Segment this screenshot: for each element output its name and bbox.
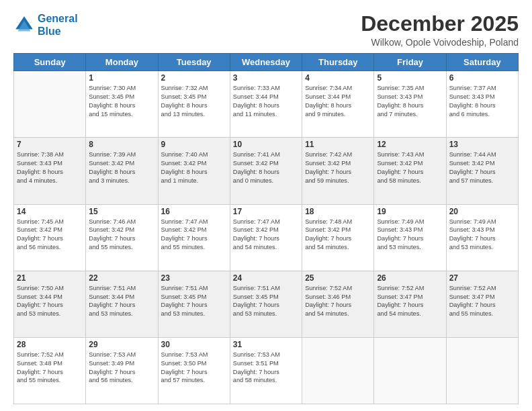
cell-info: and 53 minutes. (89, 310, 154, 318)
cell-info: Sunrise: 7:52 AM (377, 284, 443, 293)
logo-blue: Blue (38, 26, 61, 37)
cell-info: Sunset: 3:42 PM (233, 226, 299, 234)
cell-info: Daylight: 8 hours (89, 101, 154, 110)
calendar-cell: 19Sunrise: 7:49 AMSunset: 3:43 PMDayligh… (374, 204, 446, 271)
cell-info: Sunrise: 7:50 AM (17, 284, 83, 293)
cell-info: and 55 minutes. (449, 310, 515, 318)
cell-info: Sunrise: 7:51 AM (89, 284, 154, 293)
cell-info: Daylight: 8 hours (377, 101, 443, 110)
cell-info: Sunset: 3:42 PM (305, 226, 371, 234)
day-number: 28 (17, 340, 83, 349)
cell-info: Sunset: 3:43 PM (17, 159, 83, 168)
cell-info: Sunset: 3:44 PM (89, 293, 154, 302)
cell-info: and 54 minutes. (305, 310, 371, 318)
cell-info: Daylight: 7 hours (377, 168, 443, 177)
cell-info: Sunrise: 7:39 AM (89, 150, 154, 159)
cell-info: Sunset: 3:42 PM (17, 226, 83, 234)
cell-info: and 53 minutes. (233, 310, 299, 318)
week-row-3: 21Sunrise: 7:50 AMSunset: 3:44 PMDayligh… (14, 271, 519, 337)
cell-info: Daylight: 7 hours (89, 368, 154, 377)
calendar-cell: 8Sunrise: 7:39 AMSunset: 3:42 PMDaylight… (86, 138, 158, 204)
day-number: 22 (89, 273, 154, 283)
cell-info: Sunset: 3:50 PM (161, 359, 227, 368)
cell-info: Sunrise: 7:53 AM (89, 351, 154, 359)
week-row-2: 14Sunrise: 7:45 AMSunset: 3:42 PMDayligh… (14, 204, 519, 271)
cell-info: Daylight: 7 hours (449, 234, 515, 243)
cell-info: Sunset: 3:43 PM (377, 93, 443, 101)
calendar-cell: 18Sunrise: 7:48 AMSunset: 3:42 PMDayligh… (302, 204, 374, 271)
day-number: 13 (449, 140, 515, 149)
calendar-cell: 30Sunrise: 7:53 AMSunset: 3:50 PMDayligh… (158, 337, 230, 404)
cell-info: Sunset: 3:44 PM (17, 293, 83, 302)
day-number: 21 (17, 273, 83, 283)
cell-info: and 7 minutes. (377, 110, 443, 119)
calendar-cell: 16Sunrise: 7:47 AMSunset: 3:42 PMDayligh… (158, 204, 230, 271)
day-header-monday: Monday (86, 54, 158, 71)
cell-info: and 4 minutes. (17, 177, 83, 185)
day-header-tuesday: Tuesday (158, 54, 230, 71)
cell-info: Daylight: 7 hours (17, 301, 83, 310)
day-number: 25 (305, 273, 371, 283)
cell-info: Sunrise: 7:41 AM (233, 150, 299, 159)
cell-info: Sunrise: 7:48 AM (305, 218, 371, 226)
day-header-sunday: Sunday (14, 54, 86, 71)
cell-info: Sunrise: 7:47 AM (161, 218, 227, 226)
cell-info: Sunset: 3:44 PM (305, 93, 371, 101)
cell-info: Sunrise: 7:35 AM (377, 84, 443, 93)
cell-info: Sunrise: 7:34 AM (305, 84, 371, 93)
day-number: 11 (305, 140, 371, 149)
cell-info: Daylight: 8 hours (233, 168, 299, 177)
cell-info: Daylight: 7 hours (377, 301, 443, 310)
calendar-cell: 15Sunrise: 7:46 AMSunset: 3:42 PMDayligh… (86, 204, 158, 271)
cell-info: Sunrise: 7:52 AM (17, 351, 83, 359)
calendar-cell: 24Sunrise: 7:51 AMSunset: 3:45 PMDayligh… (230, 271, 302, 337)
day-number: 15 (89, 207, 154, 216)
cell-info: Sunset: 3:42 PM (449, 159, 515, 168)
day-number: 17 (233, 207, 299, 216)
week-row-0: 1Sunrise: 7:30 AMSunset: 3:45 PMDaylight… (14, 71, 519, 138)
cell-info: Daylight: 8 hours (305, 101, 371, 110)
day-number: 23 (161, 273, 227, 283)
calendar-cell: 28Sunrise: 7:52 AMSunset: 3:48 PMDayligh… (14, 337, 86, 404)
cell-info: Sunrise: 7:51 AM (233, 284, 299, 293)
cell-info: Sunrise: 7:52 AM (305, 284, 371, 293)
cell-info: Daylight: 7 hours (305, 301, 371, 310)
cell-info: Daylight: 7 hours (89, 301, 154, 310)
cell-info: Sunset: 3:44 PM (233, 93, 299, 101)
calendar-cell: 31Sunrise: 7:53 AMSunset: 3:51 PMDayligh… (230, 337, 302, 404)
cell-info: and 58 minutes. (377, 177, 443, 185)
cell-info: and 55 minutes. (89, 243, 154, 252)
cell-info: and 56 minutes. (17, 243, 83, 252)
day-number: 4 (305, 73, 371, 83)
cell-info: Sunrise: 7:32 AM (161, 84, 227, 93)
cell-info: Sunrise: 7:49 AM (449, 218, 515, 226)
calendar-table: SundayMondayTuesdayWednesdayThursdayFrid… (13, 53, 519, 404)
cell-info: Daylight: 8 hours (17, 168, 83, 177)
day-header-wednesday: Wednesday (230, 54, 302, 71)
cell-info: Sunrise: 7:40 AM (161, 150, 227, 159)
cell-info: and 57 minutes. (161, 376, 227, 385)
cell-info: and 56 minutes. (89, 376, 154, 385)
cell-info: Sunset: 3:42 PM (161, 226, 227, 234)
calendar-cell: 6Sunrise: 7:37 AMSunset: 3:43 PMDaylight… (446, 71, 518, 138)
cell-info: and 54 minutes. (233, 243, 299, 252)
day-number: 9 (161, 140, 227, 149)
day-number: 10 (233, 140, 299, 149)
cell-info: Sunrise: 7:51 AM (161, 284, 227, 293)
cell-info: Sunrise: 7:33 AM (233, 84, 299, 93)
day-number: 16 (161, 207, 227, 216)
calendar-cell: 14Sunrise: 7:45 AMSunset: 3:42 PMDayligh… (14, 204, 86, 271)
cell-info: Sunset: 3:45 PM (161, 93, 227, 101)
calendar-cell: 10Sunrise: 7:41 AMSunset: 3:42 PMDayligh… (230, 138, 302, 204)
cell-info: and 53 minutes. (161, 310, 227, 318)
cell-info: Daylight: 8 hours (161, 168, 227, 177)
cell-info: Sunset: 3:43 PM (377, 226, 443, 234)
cell-info: Sunset: 3:43 PM (449, 226, 515, 234)
logo-text: General Blue (38, 12, 78, 38)
calendar-cell: 3Sunrise: 7:33 AMSunset: 3:44 PMDaylight… (230, 71, 302, 138)
calendar-cell: 9Sunrise: 7:40 AMSunset: 3:42 PMDaylight… (158, 138, 230, 204)
day-number: 2 (161, 73, 227, 83)
cell-info: and 59 minutes. (305, 177, 371, 185)
cell-info: and 1 minute. (161, 177, 227, 185)
cell-info: and 54 minutes. (377, 310, 443, 318)
